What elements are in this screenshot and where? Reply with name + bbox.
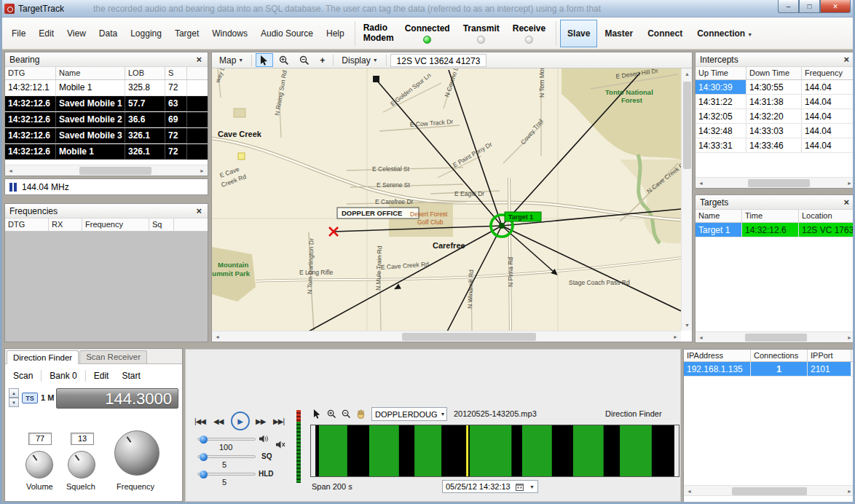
menu-windows[interactable]: Windows [205, 25, 254, 42]
playhead-cursor[interactable] [466, 425, 468, 476]
connections-horizontal-scrollbar[interactable]: ◄ ► [684, 485, 855, 496]
map-vertical-scrollbar[interactable]: ▲ ▼ [681, 68, 692, 331]
menu-target[interactable]: Target [168, 25, 205, 42]
bearing-close-icon[interactable]: × [194, 55, 203, 64]
bearing-row[interactable]: 14:32:12.1 Mobile 1 325.8 72 [5, 80, 208, 96]
close-button[interactable]: × [820, 0, 851, 13]
scroll-right-icon[interactable]: ► [670, 331, 681, 342]
bearing-row[interactable]: 14:32:12.6 Mobile 1 326.1 72 [5, 144, 208, 160]
scan-button[interactable]: Scan [8, 369, 38, 382]
targets-horizontal-scrollbar[interactable]: ◄ ► [696, 331, 855, 342]
squelch-slider[interactable] [197, 455, 256, 458]
tab-direction-finder[interactable]: Direction Finder [7, 350, 79, 364]
edit-button[interactable]: Edit [89, 369, 114, 382]
wave-zoom-out-tool[interactable] [339, 407, 353, 421]
volume-knob[interactable] [25, 451, 53, 479]
slider-thumb[interactable] [200, 436, 208, 444]
tab-scan-receiver[interactable]: Scan Receiver [79, 350, 147, 363]
slave-button[interactable]: Slave [560, 20, 597, 47]
speaker-icon[interactable] [259, 435, 269, 443]
intercept-row[interactable]: 14:30:39 14:30:55 144.04 [696, 80, 855, 95]
menu-help[interactable]: Help [320, 25, 351, 42]
skip-back-button[interactable]: |◀◀ [194, 417, 205, 425]
scroll-left-icon[interactable]: ◄ [212, 331, 223, 342]
play-button[interactable]: ▶ [231, 412, 250, 430]
menu-view[interactable]: View [60, 25, 92, 42]
scrollbar-thumb[interactable] [748, 179, 810, 187]
datetime-picker[interactable]: 05/25/12 14:32:13 ▼ [442, 480, 538, 493]
scroll-left-icon[interactable]: ◄ [696, 178, 706, 189]
intercept-row[interactable]: 14:31:22 14:31:38 144.04 [696, 95, 855, 109]
rewind-button[interactable]: ◀◀ [213, 417, 223, 425]
frequency-knob[interactable] [114, 430, 159, 476]
menu-logging[interactable]: Logging [124, 25, 168, 42]
connection-dropdown[interactable]: Connection▼ [690, 20, 760, 47]
map-zoom-out-tool[interactable] [295, 53, 314, 67]
menu-data[interactable]: Data [92, 25, 124, 42]
scroll-left-icon[interactable]: ◄ [684, 486, 695, 497]
audio-device-dropdown[interactable]: DOPPLERDOUG ▼ [371, 407, 447, 421]
bearing-row[interactable]: 14:32:12.6 Saved Mobile 1 57.7 63 [5, 96, 208, 112]
squelch-knob[interactable] [68, 451, 95, 479]
master-button[interactable]: Master [597, 20, 640, 47]
intercept-row[interactable]: 14:33:31 14:33:46 144.04 [696, 138, 855, 153]
start-button[interactable]: Start [117, 369, 145, 382]
scroll-right-icon[interactable]: ► [844, 332, 855, 343]
scroll-left-icon[interactable]: ◄ [696, 332, 706, 343]
hold-slider[interactable] [197, 473, 256, 476]
bank-button[interactable]: Bank 0 [44, 369, 82, 382]
slider-thumb[interactable] [200, 453, 208, 461]
map-add-button[interactable]: + [315, 53, 329, 67]
frequencies-close-icon[interactable]: × [194, 206, 203, 216]
bearing-horizontal-scrollbar[interactable]: ◄ ► [5, 165, 208, 176]
intercepts-close-icon[interactable]: × [842, 55, 851, 64]
scrollbar-thumb[interactable] [79, 167, 151, 175]
scrollbar-thumb[interactable] [745, 334, 807, 342]
menu-edit[interactable]: Edit [32, 25, 60, 42]
scrollbar-thumb[interactable] [732, 487, 807, 495]
targets-close-icon[interactable]: × [842, 197, 851, 207]
bearing-row[interactable]: 14:32:12.6 Saved Mobile 3 326.1 72 [5, 128, 208, 144]
scrollbar-thumb[interactable] [402, 333, 536, 341]
map-display-button[interactable]: Display▼ [337, 53, 382, 67]
scroll-right-icon[interactable]: ► [844, 178, 855, 189]
target-row[interactable]: Target 1 14:32:12.6 12S VC 17637 42 [696, 223, 855, 237]
volume-value-box[interactable]: 77 [28, 433, 52, 445]
map-zoom-in-tool[interactable] [275, 53, 293, 67]
scrollbar-thumb[interactable] [683, 82, 691, 169]
ts-toggle[interactable]: TS [22, 393, 38, 403]
scroll-right-icon[interactable]: ► [844, 486, 855, 497]
step-down-icon[interactable]: ▼ [9, 398, 19, 407]
connect-button[interactable]: Connect [640, 20, 690, 47]
map-horizontal-scrollbar[interactable]: ◄ ► [212, 331, 681, 342]
step-up-icon[interactable]: ▲ [9, 388, 19, 398]
menu-file[interactable]: File [5, 25, 32, 42]
squelch-value-box[interactable]: 13 [71, 433, 94, 445]
title-bar[interactable]: the recorded audio and bearing data into… [0, 0, 855, 17]
fast-forward-button[interactable]: ▶▶ [256, 417, 265, 425]
maximize-button[interactable]: □ [799, 0, 820, 13]
skip-end-button[interactable]: ▶▶| [273, 417, 284, 425]
minimize-button[interactable]: – [778, 0, 799, 13]
wave-pointer-tool[interactable] [310, 407, 324, 421]
scroll-right-icon[interactable]: ► [197, 165, 208, 176]
map-pointer-tool[interactable] [256, 53, 273, 67]
scroll-up-icon[interactable]: ▲ [682, 68, 693, 79]
wave-zoom-in-tool[interactable] [325, 407, 339, 421]
volume-slider[interactable] [197, 438, 256, 441]
intercepts-horizontal-scrollbar[interactable]: ◄ ► [696, 177, 855, 188]
map-menu-button[interactable]: Map▼ [215, 53, 248, 67]
connection-row[interactable]: 192.168.1.135 1 2101 [684, 362, 855, 377]
menu-audio-source[interactable]: Audio Source [254, 25, 320, 42]
intercept-row[interactable]: 14:32:05 14:32:20 144.04 [696, 109, 855, 124]
wave-pan-tool[interactable] [354, 407, 368, 421]
scroll-left-icon[interactable]: ◄ [5, 165, 16, 176]
audio-waveform[interactable] [310, 425, 679, 477]
bearing-row[interactable]: 14:32:12.6 Saved Mobile 2 36.6 69 [5, 112, 208, 128]
map-canvas[interactable]: DOPPLER OFFICE Target 1 Cave Creek Caref… [212, 68, 681, 331]
slider-thumb[interactable] [200, 470, 208, 479]
map-waypoint-marker[interactable] [238, 153, 245, 160]
intercept-row[interactable]: 14:32:48 14:33:03 144.04 [696, 124, 855, 138]
speaker-muted-icon[interactable] [276, 441, 285, 449]
scroll-down-icon[interactable]: ▼ [682, 320, 693, 331]
